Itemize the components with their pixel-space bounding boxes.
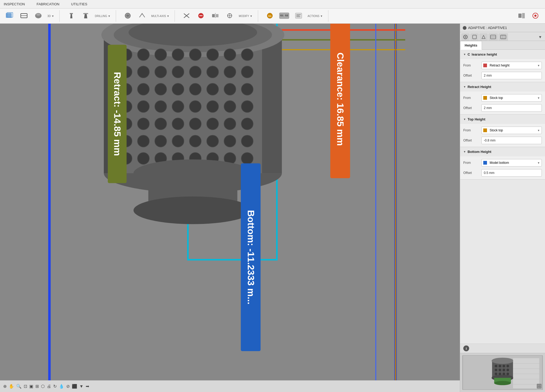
tool-group-actions-label[interactable]: ACTIONS ▼ xyxy=(308,15,323,18)
tools-bar: 3D ▼ DRILLING ▼ MULTI-AXIS ▼ xyxy=(0,9,545,23)
viewport-bottom-toolbar: ⊕ ✋ 🔍 ⊡ ▣ ⊞ ⬡ 🖨 ↻ 💧 ⊘ ⬛ ▼ ➡ xyxy=(0,380,460,392)
svg-point-54 xyxy=(155,49,167,61)
svg-point-53 xyxy=(138,49,150,61)
tool-actions-1[interactable]: G1 xyxy=(263,10,276,22)
tool-group-3d-label[interactable]: 3D ▼ xyxy=(47,15,54,18)
tool-zoom-box[interactable]: ⊡ xyxy=(24,384,27,389)
svg-point-73 xyxy=(207,83,219,95)
tool-home[interactable]: ⊕ xyxy=(3,384,7,389)
panel-icon-tabs: ▼ xyxy=(460,32,545,41)
top-section-header[interactable]: ▼ Top Height xyxy=(460,115,545,124)
tool-print[interactable]: 🖨 xyxy=(47,384,51,389)
extra-tools xyxy=(515,10,542,22)
retract-section-header[interactable]: ▼ Retract Height xyxy=(460,82,545,91)
nav-inspection[interactable]: INSPECTION xyxy=(2,1,26,7)
tool-3d-sketch[interactable] xyxy=(3,10,16,22)
tool-display[interactable]: ▣ xyxy=(29,384,33,389)
tool-pan[interactable]: ✋ xyxy=(9,384,14,389)
svg-point-96 xyxy=(189,135,201,147)
tool-drilling-2[interactable] xyxy=(79,10,92,22)
tool-drilling-1[interactable] xyxy=(65,10,78,22)
svg-point-94 xyxy=(155,135,167,147)
mini-preview: ⛶ xyxy=(462,355,543,390)
bottom-offset-input[interactable]: 0.5 mm xyxy=(481,169,542,177)
retract-from-select[interactable]: Stock top ▼ xyxy=(481,94,542,102)
clearance-from-value: Retract height xyxy=(490,64,510,67)
svg-point-133 xyxy=(506,365,509,367)
tool-modify-delete[interactable] xyxy=(195,10,207,22)
panel-icon[interactable] xyxy=(463,26,466,30)
tool-forward[interactable]: ➡ xyxy=(86,384,89,389)
tool-modify-cut[interactable] xyxy=(180,10,193,22)
tool-filter[interactable]: ⬛ xyxy=(72,384,77,389)
tool-material[interactable]: 💧 xyxy=(59,384,64,389)
retract-from-row: From Stock top ▼ xyxy=(463,94,542,102)
tool-zoom-fit[interactable]: 🔍 xyxy=(16,384,22,389)
tab-icon-3[interactable] xyxy=(479,33,488,41)
bottom-from-select[interactable]: Model bottom ▼ xyxy=(481,159,542,166)
info-button[interactable]: i xyxy=(463,345,469,351)
svg-point-64 xyxy=(189,66,201,78)
clearance-section-header[interactable]: ▼ C learance height xyxy=(460,50,545,59)
svg-point-95 xyxy=(172,135,184,147)
svg-point-87 xyxy=(172,118,184,130)
tool-actions-3[interactable] xyxy=(292,10,305,22)
clearance-body: From Retract height ▼ Offset 2 mm xyxy=(460,59,545,82)
svg-point-67 xyxy=(241,66,253,78)
tool-extra-1[interactable] xyxy=(515,10,528,22)
tool-modify-mirror[interactable] xyxy=(209,10,222,22)
retract-offset-input[interactable]: 2 mm xyxy=(481,104,542,112)
top-offset-input[interactable]: -0.8 mm xyxy=(481,137,542,144)
tool-3d-2[interactable] xyxy=(18,10,30,22)
top-from-select[interactable]: Stock top ▼ xyxy=(481,127,542,134)
tool-multiaxis-2[interactable] xyxy=(136,10,148,22)
clearance-dropdown-arrow: ▼ xyxy=(537,64,540,67)
tab-icon-4[interactable] xyxy=(488,33,498,41)
bottom-from-inner: Model bottom xyxy=(483,161,509,165)
clearance-offset-input[interactable]: 2 mm xyxy=(481,72,542,79)
bottom-section-header[interactable]: ▼ Bottom Height xyxy=(460,147,545,156)
svg-point-79 xyxy=(172,101,184,112)
top-offset-row: Offset -0.8 mm xyxy=(463,137,542,144)
tab-expand[interactable]: ▼ xyxy=(536,33,544,41)
tab-icon-2[interactable] xyxy=(470,33,479,41)
nav-utilities[interactable]: UTILITIES xyxy=(69,1,89,7)
retract-body: From Stock top ▼ Offset 2 mm xyxy=(460,91,545,114)
tool-group-drilling-label[interactable]: DRILLING ▼ xyxy=(95,15,110,18)
tab-icon-5[interactable] xyxy=(498,33,508,41)
tool-grid[interactable]: ⊞ xyxy=(35,384,39,389)
svg-rect-48 xyxy=(262,35,282,173)
top-title: Top Height xyxy=(468,117,485,121)
viewport[interactable]: Retract: -14.85 mm Clearance: 16.85 mm B… xyxy=(0,24,460,392)
tool-view[interactable]: ⬡ xyxy=(41,384,45,389)
svg-point-91 xyxy=(241,118,253,130)
svg-point-137 xyxy=(506,369,509,371)
retract-icon xyxy=(483,64,487,67)
clearance-offset-row: Offset 2 mm xyxy=(463,72,542,79)
tool-extra-2[interactable] xyxy=(529,10,542,22)
tool-anim[interactable]: ↻ xyxy=(53,384,57,389)
tool-actions-g1g2[interactable]: G1G2 xyxy=(278,10,291,22)
tool-arrow[interactable]: ▼ xyxy=(79,384,84,389)
clearance-from-select[interactable]: Retract height ▼ xyxy=(481,62,542,69)
tool-group-drilling: DRILLING ▼ xyxy=(65,10,116,22)
tab-heights[interactable]: Heights xyxy=(460,41,482,50)
clearance-from-label: From xyxy=(463,64,481,67)
tool-group-multiaxis-label[interactable]: MULTI-AXIS ▼ xyxy=(151,15,169,18)
tool-3d-3[interactable] xyxy=(32,10,45,22)
tool-section[interactable]: ⊘ xyxy=(66,384,70,389)
bottom-section: ▼ Bottom Height From Model bottom ▼ xyxy=(460,147,545,180)
svg-rect-15 xyxy=(212,14,215,17)
svg-point-88 xyxy=(189,118,201,130)
tab-icon-1[interactable] xyxy=(461,33,470,41)
svg-point-80 xyxy=(189,101,201,112)
clearance-offset-value: 2 mm xyxy=(484,74,492,77)
tool-multiaxis-1[interactable] xyxy=(121,10,134,22)
nav-fabrication[interactable]: FABRICATION xyxy=(35,1,61,7)
tool-modify-4[interactable] xyxy=(223,10,236,22)
tool-group-modify-label[interactable]: MODIFY ▼ xyxy=(239,15,252,18)
svg-point-139 xyxy=(499,373,501,375)
mini-preview-expand[interactable]: ⛶ xyxy=(537,384,542,389)
top-section: ▼ Top Height From Stock top ▼ xyxy=(460,115,545,147)
top-from-row: From Stock top ▼ xyxy=(463,127,542,134)
